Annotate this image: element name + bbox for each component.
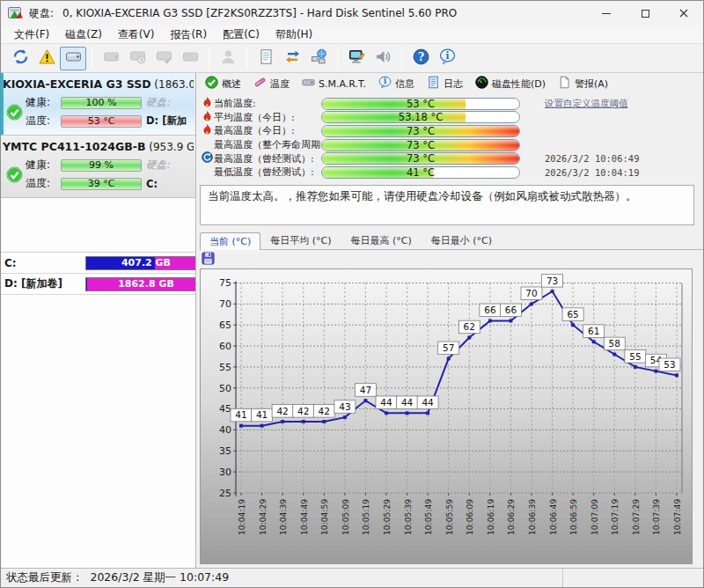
chart-tab-2[interactable]: 每日最高 (°C) [341, 232, 422, 249]
maximize-button[interactable] [626, 1, 664, 26]
refresh-button[interactable] [7, 47, 33, 70]
monitor-button[interactable] [343, 47, 370, 70]
save-icon [202, 252, 215, 265]
tab-overview[interactable]: 概述 [200, 74, 246, 93]
temperature-note: 2026/3/2 10:04:19 [545, 167, 639, 178]
disk-metric-label: 健康: [26, 158, 61, 173]
menu-item-5[interactable]: 帮助(H) [268, 26, 320, 44]
maximize-icon [642, 10, 649, 18]
menu-item-2[interactable]: 查看(V) [110, 26, 163, 44]
save-chart-button[interactable] [202, 252, 216, 266]
help-button[interactable]: ? [407, 47, 434, 70]
toolbar-group [341, 47, 399, 70]
sound-button[interactable] [370, 47, 396, 70]
chart-tab-1[interactable]: 每日平均 (°C) [260, 232, 341, 249]
minimize-icon [602, 13, 611, 14]
volume-row-0[interactable]: C:407.2 GB(952.9 [1, 253, 195, 274]
disk-test-button [98, 47, 124, 70]
svg-text:10:07:19: 10:07:19 [610, 498, 620, 534]
disk-schedule-icon [129, 48, 146, 68]
info-button[interactable]: i [434, 47, 460, 70]
close-icon [679, 9, 688, 18]
temperature-row-2: 最高温度（今日）:73 °C [201, 124, 703, 138]
reset-icon [202, 151, 213, 165]
tab-log[interactable]: 日志 [422, 74, 468, 93]
temperature-note: 2026/3/2 10:06:49 [545, 153, 639, 164]
bar-value: 53 °C [88, 115, 115, 127]
menu-bar: 文件(F)磁盘(Z)查看(V)报告(R)配置(C)帮助(H) [1, 26, 703, 44]
menu-item-0[interactable]: 文件(F) [6, 26, 57, 44]
temperature-value: 53.18 °C [322, 112, 519, 122]
temperature-label: 平均温度（今日）: [214, 111, 321, 124]
network-icon [311, 48, 327, 68]
disk-overview-icon [65, 48, 82, 68]
svg-text:10:07:09: 10:07:09 [590, 498, 599, 534]
menu-item-4[interactable]: 配置(C) [215, 26, 268, 44]
warning-button[interactable] [33, 47, 60, 70]
menu-item-1[interactable]: 磁盘(Z) [57, 26, 110, 44]
svg-text:10:04:59: 10:04:59 [319, 498, 329, 534]
tab-label: 磁盘性能(D) [492, 77, 546, 91]
svg-text:55: 55 [219, 361, 231, 372]
health-bar: 99 % [61, 159, 142, 172]
toolbar-separator [401, 48, 402, 69]
disk-entry-1[interactable]: YMTC PC411-1024GB-B (953.9 GB)健康:99 %硬盘:… [1, 136, 195, 198]
tab-performance[interactable]: 磁盘性能(D) [470, 74, 551, 93]
tab-smart[interactable]: S.M.A.R.T. [297, 74, 371, 93]
svg-text:44: 44 [422, 397, 433, 408]
svg-text:47: 47 [360, 385, 371, 395]
log-icon [427, 76, 440, 92]
disk-overview-button[interactable] [60, 47, 86, 70]
alerts-icon [558, 76, 571, 92]
sync-button[interactable] [279, 47, 305, 70]
temperature-value-bar: 53.18 °C [321, 111, 520, 123]
tab-alerts[interactable]: 警报(A) [553, 74, 613, 93]
window-title: 硬盘:0, KIOXIA-EXCERIA G3 SSD [ZF2KS0RZZ3T… [29, 6, 457, 21]
svg-text:65: 65 [219, 320, 231, 331]
minimize-button[interactable] [587, 1, 626, 26]
disk-metric-label: 健康: [26, 95, 61, 110]
title-bar: 硬盘:0, KIOXIA-EXCERIA G3 SSD [ZF2KS0RZZ3T… [1, 1, 703, 26]
tab-label: 温度 [270, 77, 290, 91]
tab-label: 警报(A) [575, 77, 608, 91]
set-custom-threshold-link[interactable]: 设置自定义温度阈值 [545, 98, 628, 108]
tab-thermometer[interactable]: 温度 [248, 74, 295, 93]
svg-text:?: ? [417, 51, 423, 63]
svg-text:41: 41 [256, 409, 268, 420]
temperature-bar: 53 °C [61, 115, 142, 128]
toolbar: ?i [1, 44, 703, 73]
temperature-row-1: 平均温度（今日）:53.18 °C [201, 111, 703, 125]
tab-information[interactable]: i信息 [373, 74, 420, 93]
status-bar-section [562, 569, 703, 587]
temperature-value: 41 °C [322, 167, 519, 178]
chart-tab-3[interactable]: 每日最小 (°C) [422, 232, 502, 249]
volume-row-1[interactable]: D: [新加卷]1862.8 GB(1863 [1, 274, 195, 295]
temperature-row-4: 最高温度（曾经测试）:73 °C2026/3/2 10:06:49 [201, 151, 703, 165]
svg-text:60: 60 [219, 341, 231, 352]
disk-entry-0[interactable]: KIOXIA-EXCERIA G3 SSD (1863.0 G健康:100 %硬… [1, 73, 195, 136]
disk-repair-icon [156, 48, 172, 68]
svg-text:41: 41 [235, 409, 246, 420]
app-window: 硬盘:0, KIOXIA-EXCERIA G3 SSD [ZF2KS0RZZ3T… [0, 0, 704, 588]
svg-text:75: 75 [219, 277, 231, 289]
smart-icon [302, 76, 315, 92]
hd-sentinel-app-icon [8, 5, 24, 21]
user-icon [220, 48, 237, 68]
disk-row-right: D: [新加 [142, 114, 194, 128]
toolbar-separator [92, 48, 92, 69]
performance-icon [475, 76, 488, 92]
toolbar-group [250, 47, 334, 70]
close-button[interactable] [664, 1, 703, 26]
volume-usage-bar: 1862.8 GB [85, 277, 196, 291]
toolbar-group [4, 47, 89, 70]
network-button[interactable] [305, 47, 332, 70]
svg-text:55: 55 [629, 350, 641, 361]
chart-toolbar [202, 252, 703, 268]
report-button[interactable] [253, 47, 279, 70]
flame-icon [202, 124, 212, 137]
chart-tab-0[interactable]: 当前 (°C) [200, 232, 260, 250]
disk-surface-icon [182, 48, 199, 68]
bar-value: 99 % [89, 159, 114, 171]
menu-item-3[interactable]: 报告(R) [162, 26, 215, 44]
svg-text:30: 30 [219, 467, 231, 478]
